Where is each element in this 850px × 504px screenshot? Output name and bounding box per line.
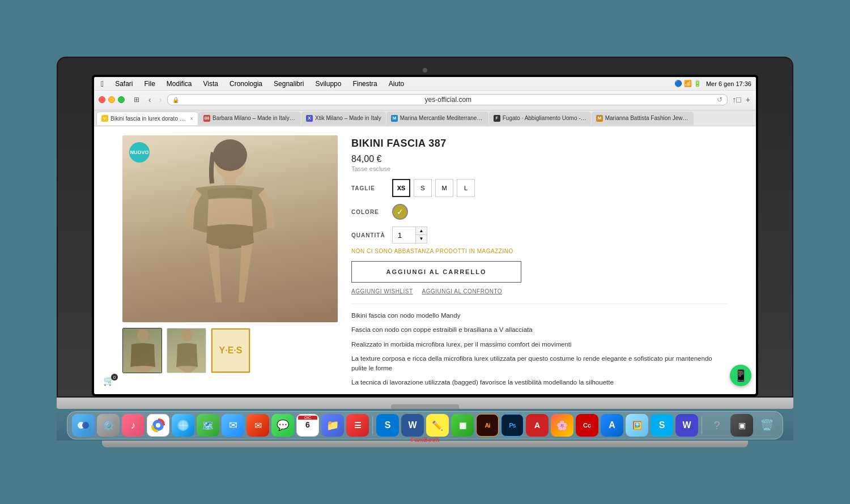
screen-bezel:  Safari File Modifica Vista Cronologia … — [92, 75, 758, 396]
wishlist-link[interactable]: AGGIUNGI WISHLIST — [351, 288, 413, 294]
quantity-input[interactable] — [393, 227, 415, 243]
url-text: yes-official.com — [181, 96, 715, 104]
back-button[interactable]: ‹ — [146, 94, 154, 105]
dock-notes[interactable]: ✏️ — [426, 414, 449, 437]
dock-photoshop[interactable]: Ps — [501, 414, 524, 437]
color-swatch-gold[interactable]: ✓ — [392, 204, 408, 220]
dock-numbers[interactable]: ▦ — [451, 414, 474, 437]
dock-maps[interactable]: 🗺️ — [197, 414, 219, 437]
tab-favicon-5: M — [596, 115, 603, 122]
dock-preview[interactable]: 🖼️ — [626, 414, 648, 437]
tab-favicon-4: F — [494, 115, 500, 122]
dock-photos[interactable]: 🌸 — [551, 414, 573, 437]
tab-1[interactable]: B8 Barbara Milano – Made in Italy – Sito… — [199, 112, 301, 125]
dock-help[interactable]: ? — [706, 414, 728, 437]
tab-view-button[interactable]: ⊞ — [130, 95, 143, 105]
camera-area — [92, 65, 758, 75]
desc-3: La texture corposa e ricca della microfi… — [351, 354, 728, 374]
thumb-1[interactable] — [122, 328, 162, 373]
menu-finestra[interactable]: Finestra — [350, 80, 379, 88]
camera-dot — [423, 68, 427, 72]
address-bar[interactable]: 🔒 yes-official.com ↺ — [167, 94, 728, 105]
dock-system-prefs[interactable]: ⚙️ — [97, 414, 120, 437]
tab-4[interactable]: F Fugato · Abbigliamento Uomo - Made in … — [489, 112, 591, 125]
tab-label-1: Barbara Milano – Made in Italy – Sito uf… — [212, 115, 296, 121]
thumbnails: Y·E·S — [122, 328, 338, 373]
share-button[interactable]: ↑□ — [731, 94, 742, 105]
desc-0: Bikini fascia con nodo modello Mandy — [351, 311, 728, 321]
tab-0[interactable]: Y Bikini fascia in lurex dorato Yes Your… — [96, 112, 198, 125]
model-svg — [173, 138, 287, 319]
music-icon: ♪ — [131, 420, 136, 432]
tab-5[interactable]: M Marianna Battista Fashion Jewels: Gioi… — [592, 112, 694, 125]
compare-link[interactable]: AGGIUNGI AL CONFRONTO — [422, 288, 503, 294]
menu-cronologia[interactable]: Cronologia — [227, 80, 265, 88]
menu-sviluppo[interactable]: Sviluppo — [313, 80, 343, 88]
toolbar-right-buttons: ↑□ + — [731, 94, 751, 105]
photos-icon: 🌸 — [556, 420, 568, 431]
acrobat-icon: A — [534, 421, 540, 430]
dock-mail[interactable]: ✉ — [222, 414, 244, 437]
tab-close-0[interactable]: × — [190, 116, 193, 122]
menu-file[interactable]: File — [142, 80, 157, 88]
tasse-note: Tasse escluse — [351, 165, 728, 172]
menubar-datetime: Mer 6 gen 17:36 — [706, 80, 751, 87]
size-m[interactable]: M — [435, 179, 453, 197]
thumb-3[interactable]: Y·E·S — [211, 328, 250, 373]
product-title: BIKINI FASCIA 387 — [351, 138, 728, 150]
dock-word2[interactable]: W — [675, 414, 698, 437]
size-l[interactable]: L — [457, 179, 475, 197]
dock-safari[interactable] — [172, 414, 194, 437]
ssl-lock-icon: 🔒 — [172, 97, 179, 103]
calendar-icon: DIC 6 — [297, 415, 318, 436]
menu-vista[interactable]: Vista — [201, 80, 220, 88]
menu-modifica[interactable]: Modifica — [164, 80, 194, 88]
dock-music[interactable]: ♪ — [122, 414, 144, 437]
product-gallery: NUOVO — [122, 135, 338, 391]
forward-button[interactable]: › — [157, 94, 164, 105]
menu-segnalibri[interactable]: Segnalibri — [271, 80, 306, 88]
webpage[interactable]: NUOVO — [94, 126, 756, 391]
menu-safari[interactable]: Safari — [113, 80, 135, 88]
dock-app-store[interactable]: A — [601, 414, 623, 437]
dock-skype[interactable]: S — [376, 414, 399, 437]
dock-illustrator[interactable]: Ai — [476, 414, 499, 437]
dock-reminders[interactable]: ☰ — [346, 414, 369, 437]
reload-button[interactable]: ↺ — [717, 96, 722, 104]
tab-2[interactable]: X Xtik Milano – Made in Italy — [301, 112, 386, 125]
size-s[interactable]: S — [414, 179, 432, 197]
cart-area[interactable]: 🛒 0 — [103, 375, 114, 386]
dock-trash[interactable]: 🗑️ — [755, 414, 778, 437]
size-options: XS S M L — [392, 179, 475, 197]
dock-mail-alt[interactable]: ✉ — [246, 414, 269, 437]
close-button[interactable] — [99, 96, 105, 103]
svg-point-3 — [137, 329, 148, 341]
apple-menu[interactable]:  — [99, 79, 106, 88]
quantity-arrows: ▲ ▼ — [415, 227, 427, 243]
dock-whatsapp[interactable]: 💬 — [271, 414, 294, 437]
add-to-cart-button[interactable]: AGGIUNGI AL CARRELLO — [351, 261, 521, 283]
dock-chrome[interactable] — [147, 414, 169, 437]
dock-skype2[interactable]: S — [651, 414, 673, 437]
dock-files[interactable]: 📁 — [321, 414, 344, 437]
new-tab-button[interactable]: + — [745, 94, 751, 105]
mail2-icon: ✉ — [254, 420, 262, 431]
quantity-down-button[interactable]: ▼ — [415, 235, 427, 243]
tab-3[interactable]: M Marina Mercantile Mediterranea – Made … — [386, 112, 488, 125]
dock-acrobat[interactable]: A — [526, 414, 549, 437]
desc-1: Fascia con nodo con coppe estraibili e b… — [351, 325, 728, 335]
thumb-2[interactable] — [167, 328, 206, 373]
skype2-icon: S — [659, 420, 665, 430]
minimize-button[interactable] — [108, 96, 115, 103]
tab-label-2: Xtik Milano – Made in Italy — [315, 115, 381, 121]
dock-calendar[interactable]: DIC 6 — [296, 414, 319, 437]
dock-word[interactable]: W — [401, 414, 424, 437]
dock-bootcamp[interactable]: ▣ — [730, 414, 753, 437]
menu-aiuto[interactable]: Aiuto — [386, 80, 406, 88]
dock-finder[interactable] — [72, 414, 95, 437]
whatsapp-button[interactable]: 📱 — [730, 365, 751, 386]
fullscreen-button[interactable] — [118, 96, 125, 103]
size-xs[interactable]: XS — [392, 179, 410, 197]
quantity-up-button[interactable]: ▲ — [415, 227, 427, 235]
dock-creative-cloud[interactable]: Cc — [576, 414, 598, 437]
